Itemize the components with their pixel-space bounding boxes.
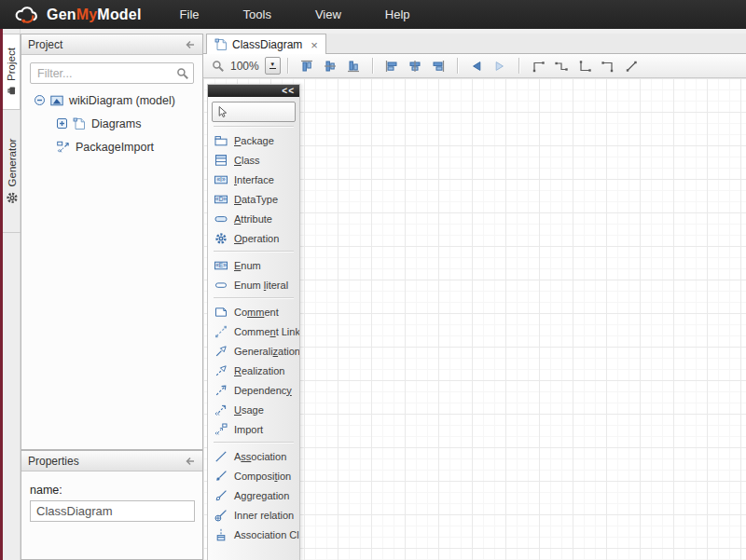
- menu-help[interactable]: Help: [385, 7, 410, 21]
- selection-tool[interactable]: [212, 102, 296, 122]
- palette-item-label: Class: [234, 155, 260, 166]
- palette-item-operation[interactable]: Operation: [208, 228, 299, 248]
- palette-item-package[interactable]: Package: [208, 130, 299, 150]
- toolbar-separator: [457, 58, 459, 74]
- flip-vertical-button[interactable]: [489, 57, 512, 75]
- palette-item-enum[interactable]: «E»Enum: [208, 255, 299, 275]
- project-panel: Project wikiDiagram (model)DiagramsPacka…: [21, 34, 203, 450]
- menu-file[interactable]: File: [180, 7, 200, 21]
- palette-item-label: Association Cl...: [234, 529, 299, 540]
- filter-wrap: [30, 62, 194, 84]
- palette-item-label: Composition: [234, 471, 291, 482]
- svg-text:«D»: «D»: [215, 196, 227, 202]
- app-title: GenMyModel: [47, 7, 142, 23]
- palette-separator: [214, 442, 294, 444]
- palette-items: PackageClass«I»Interface«D»DataTypeAttri…: [208, 126, 299, 544]
- tree-item-label: Diagrams: [91, 117, 142, 130]
- editor-tabbar: ClassDiagram ×: [203, 34, 746, 54]
- align-top-button[interactable]: [296, 57, 319, 75]
- app-logo[interactable]: GenMyModel: [12, 6, 142, 24]
- side-tab-strip: ProjectGenerator: [3, 29, 21, 560]
- plus-expander-icon[interactable]: [57, 118, 67, 129]
- palette-collapse-button[interactable]: <<: [282, 86, 295, 96]
- palette-item-label: Enum literal: [234, 280, 288, 291]
- project-tab-icon: [7, 86, 17, 96]
- palette-item-label: Generalization: [234, 346, 299, 357]
- menu-tools[interactable]: Tools: [243, 7, 271, 21]
- route-step-button[interactable]: [550, 57, 573, 75]
- palette-item-import[interactable]: Import: [208, 419, 299, 439]
- tree-item-diagrams[interactable]: Diagrams: [21, 112, 202, 135]
- usage-icon: [214, 403, 228, 417]
- palette-item-class[interactable]: Class: [208, 150, 299, 170]
- align-right-button[interactable]: [427, 57, 450, 75]
- menu-view[interactable]: View: [315, 7, 341, 21]
- palette-item-datatype[interactable]: «D»DataType: [208, 189, 299, 209]
- collapse-left-icon[interactable]: [183, 455, 196, 468]
- route-down-right-button[interactable]: [573, 57, 597, 75]
- route-up-right-button[interactable]: [527, 57, 550, 75]
- align-right-icon: [432, 60, 445, 73]
- tree-item-wikidiagram-model[interactable]: wikiDiagram (model): [21, 89, 202, 112]
- align-center-button[interactable]: [404, 57, 427, 75]
- filter-input[interactable]: [30, 62, 194, 84]
- palette-item-label: Realization: [234, 365, 284, 376]
- tree-item-label: wikiDiagram (model): [69, 94, 175, 107]
- datatype-icon: «D»: [214, 193, 228, 206]
- comment-icon: [214, 306, 228, 319]
- palette-item-association-cl[interactable]: Association Cl...: [208, 525, 299, 544]
- palette-item-association[interactable]: Association: [208, 446, 299, 466]
- toolbar-separator: [287, 58, 289, 74]
- route-right-down-button[interactable]: [597, 57, 620, 75]
- dependency-icon: [214, 384, 228, 397]
- palette-item-realization[interactable]: Realization: [208, 361, 299, 380]
- tab-close-icon[interactable]: ×: [311, 38, 318, 52]
- toolbar-separator: [372, 58, 374, 74]
- cursor-icon: [215, 105, 228, 118]
- name-field-label: name:: [30, 484, 202, 497]
- diagram-file-icon: [73, 117, 86, 130]
- palette-item-inner-relation[interactable]: Inner relation: [208, 505, 299, 525]
- enum-literal-icon: [214, 279, 228, 292]
- palette-item-interface[interactable]: «I»Interface: [208, 170, 299, 189]
- route-oblique-button[interactable]: [620, 57, 643, 75]
- toolbar-groups: [281, 57, 643, 75]
- flip-horizontal-button[interactable]: [465, 57, 489, 75]
- palette-item-comment-link[interactable]: Comment Link: [208, 321, 299, 341]
- palette-item-label: DataType: [234, 194, 278, 205]
- properties-panel-title: Properties: [28, 455, 79, 468]
- palette-item-usage[interactable]: Usage: [208, 400, 299, 419]
- palette-item-composition[interactable]: Composition: [208, 466, 299, 485]
- operation-icon: [214, 232, 228, 245]
- tree-item-label: PackageImport: [76, 141, 154, 154]
- palette-item-attribute[interactable]: Attribute: [208, 209, 299, 228]
- minus-expander-icon[interactable]: [35, 95, 45, 105]
- chevron-down-icon: ▼: [269, 62, 275, 67]
- composition-icon: [214, 470, 228, 483]
- zoom-dropdown-button[interactable]: ▼: [265, 57, 281, 75]
- align-bottom-button[interactable]: [342, 57, 366, 75]
- attribute-icon: [214, 212, 228, 225]
- palette-item-label: Association: [234, 451, 286, 462]
- diagram-tab-icon: [214, 38, 228, 51]
- palette-item-enum-literal[interactable]: Enum literal: [208, 275, 299, 294]
- route-step-icon: [555, 60, 568, 73]
- align-middle-button[interactable]: [319, 57, 342, 75]
- align-left-button[interactable]: [380, 57, 404, 75]
- svg-text:«E»: «E»: [215, 262, 227, 268]
- palette-item-aggregation[interactable]: Aggregation: [208, 485, 299, 505]
- tab-classdiagram[interactable]: ClassDiagram ×: [206, 34, 326, 55]
- aggregation-icon: [214, 489, 228, 502]
- collapse-left-icon[interactable]: [183, 38, 196, 51]
- generator-gear-icon: [6, 191, 19, 204]
- sidebar-tab-project[interactable]: Project: [3, 34, 21, 110]
- palette-item-generalization[interactable]: Generalization: [208, 341, 299, 361]
- palette-item-label: Comment Link: [234, 326, 299, 337]
- palette-item-comment[interactable]: Comment: [208, 302, 299, 321]
- tree-item-packageimport[interactable]: PackageImport: [21, 135, 202, 158]
- palette-item-dependency[interactable]: Dependency: [208, 380, 299, 400]
- sidebar-tab-generator[interactable]: Generator: [3, 110, 21, 233]
- name-field[interactable]: [30, 500, 195, 522]
- model-icon: [50, 94, 63, 107]
- interface-icon: «I»: [214, 173, 228, 186]
